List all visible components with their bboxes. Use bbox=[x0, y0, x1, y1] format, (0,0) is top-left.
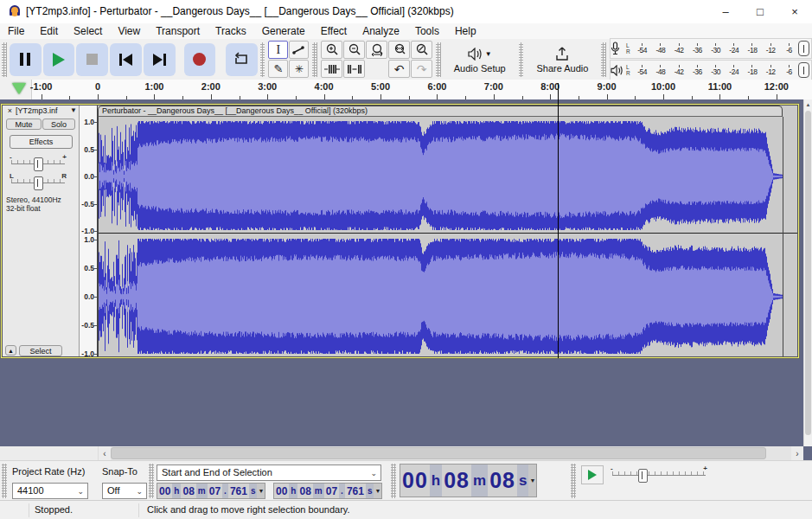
menu-analyze[interactable]: Analyze bbox=[355, 23, 407, 39]
play-at-speed-grip[interactable] bbox=[571, 464, 576, 498]
mute-button[interactable]: Mute bbox=[6, 119, 42, 130]
rate-toolbar-grip[interactable] bbox=[2, 464, 7, 498]
menu-view[interactable]: View bbox=[110, 23, 148, 39]
time-digit[interactable]: 08 bbox=[488, 465, 517, 497]
fit-project-button[interactable] bbox=[388, 41, 410, 59]
menu-effect[interactable]: Effect bbox=[313, 23, 355, 39]
track-name[interactable]: [YT2mp3.inf bbox=[16, 106, 69, 116]
menu-help[interactable]: Help bbox=[447, 23, 484, 39]
selection-mode-select[interactable]: Start and End of Selection⌄ bbox=[157, 465, 381, 481]
project-rate-select[interactable]: 44100⌄ bbox=[12, 483, 88, 499]
minimize-button[interactable]: – bbox=[708, 0, 743, 23]
pause-button[interactable] bbox=[10, 43, 42, 76]
maximize-button[interactable]: □ bbox=[743, 0, 777, 23]
record-button[interactable] bbox=[184, 43, 216, 76]
selection-tool-button[interactable]: I bbox=[268, 41, 288, 59]
menu-select[interactable]: Select bbox=[66, 23, 110, 39]
time-unit[interactable]: h bbox=[289, 484, 297, 498]
time-format-dropdown-icon[interactable]: ▼ bbox=[257, 484, 265, 498]
close-button[interactable]: × bbox=[777, 0, 812, 23]
time-digit[interactable]: 07 bbox=[324, 484, 339, 498]
recording-volume-slider[interactable] bbox=[798, 41, 809, 56]
effects-button[interactable]: Effects bbox=[10, 135, 73, 149]
time-unit[interactable]: m bbox=[313, 484, 324, 498]
audio-setup-grip[interactable] bbox=[436, 42, 441, 77]
audio-setup-button[interactable]: ▼ Audio Setup bbox=[443, 41, 517, 79]
time-digit[interactable]: 08 bbox=[442, 465, 471, 497]
time-unit[interactable]: s bbox=[249, 484, 258, 498]
time-digit[interactable]: 761 bbox=[345, 484, 366, 498]
playback-meter[interactable]: LR -54-48-42-36-30-24-18-12-6 bbox=[610, 60, 812, 80]
gain-slider-thumb[interactable] bbox=[34, 157, 43, 171]
undo-button[interactable]: ↶ bbox=[388, 60, 410, 78]
menu-edit[interactable]: Edit bbox=[32, 23, 66, 39]
share-audio-button[interactable]: Share Audio bbox=[525, 41, 599, 79]
gain-slider[interactable]: - + bbox=[10, 154, 67, 170]
menu-generate[interactable]: Generate bbox=[254, 23, 313, 39]
time-unit[interactable]: s bbox=[517, 465, 528, 497]
select-track-button[interactable]: Select bbox=[19, 345, 62, 356]
time-digit[interactable]: 08 bbox=[297, 484, 312, 498]
recording-meter[interactable]: LR -54-48-42-36-30-24-18-12-6 bbox=[610, 38, 812, 59]
time-unit[interactable]: m bbox=[196, 484, 208, 498]
time-digit[interactable]: 00 bbox=[400, 465, 430, 497]
vertical-scrollbar[interactable]: ▲ bbox=[803, 99, 812, 446]
play-speed-thumb[interactable] bbox=[638, 469, 648, 483]
redo-button[interactable]: ↷ bbox=[411, 60, 432, 78]
menu-tools[interactable]: Tools bbox=[407, 23, 447, 39]
vertical-scale-ruler[interactable]: 1.00.50.0-0.5-1.01.00.50.0-0.5-1.0 bbox=[80, 106, 98, 356]
scroll-up-icon[interactable]: ▲ bbox=[804, 99, 812, 110]
silence-audio-button[interactable] bbox=[343, 60, 365, 78]
collapse-track-button[interactable]: ▲ bbox=[5, 345, 16, 356]
zoom-toggle-button[interactable] bbox=[411, 41, 432, 59]
track-menu-dropdown-icon[interactable]: ▼ bbox=[70, 106, 77, 114]
time-digit[interactable]: 08 bbox=[181, 484, 195, 498]
trim-audio-button[interactable] bbox=[321, 60, 342, 78]
timeline-ruler[interactable]: -1:0001:002:003:004:005:006:007:008:009:… bbox=[0, 80, 812, 100]
share-audio-grip[interactable] bbox=[519, 42, 524, 77]
play-at-speed-button[interactable] bbox=[581, 465, 604, 484]
multi-tool-button[interactable]: ✳ bbox=[289, 60, 309, 78]
scroll-right-icon[interactable]: › bbox=[791, 449, 803, 458]
solo-button[interactable]: Solo bbox=[42, 119, 75, 130]
selection-grip[interactable] bbox=[149, 464, 154, 498]
play-speed-slider[interactable]: - + bbox=[611, 465, 707, 481]
loop-button[interactable] bbox=[226, 43, 258, 76]
time-digit[interactable]: 00 bbox=[157, 484, 172, 498]
envelope-tool-button[interactable] bbox=[289, 41, 309, 59]
time-unit[interactable]: h bbox=[172, 484, 181, 498]
audio-position-time[interactable]: 00h08m08s▼ bbox=[400, 464, 537, 497]
pinned-play-head-icon[interactable] bbox=[12, 83, 26, 94]
waveform[interactable] bbox=[98, 117, 798, 357]
time-digit[interactable]: 761 bbox=[228, 484, 249, 498]
time-unit[interactable]: . bbox=[222, 484, 228, 498]
audio-track[interactable]: × [YT2mp3.inf ▼ Mute Solo Effects - + L … bbox=[2, 105, 798, 357]
transport-toolbar-grip[interactable] bbox=[2, 42, 7, 77]
pan-slider-thumb[interactable] bbox=[34, 176, 43, 190]
horizontal-scrollbar-thumb[interactable] bbox=[111, 447, 766, 459]
menu-file[interactable]: File bbox=[0, 23, 32, 39]
scroll-left-icon[interactable]: ‹ bbox=[99, 449, 111, 458]
vertical-scrollbar-thumb[interactable] bbox=[805, 111, 811, 435]
menu-transport[interactable]: Transport bbox=[148, 23, 208, 39]
playback-volume-slider[interactable] bbox=[798, 62, 809, 78]
track-close-icon[interactable]: × bbox=[5, 106, 15, 116]
time-digit[interactable]: 07 bbox=[208, 484, 222, 498]
playhead-cursor[interactable] bbox=[558, 83, 559, 358]
time-unit[interactable]: m bbox=[471, 465, 488, 497]
stop-button[interactable] bbox=[76, 43, 108, 76]
time-unit[interactable]: h bbox=[430, 465, 442, 497]
horizontal-scrollbar[interactable]: ‹ › bbox=[0, 446, 803, 460]
selection-start-time[interactable]: 00h08m07.761s▼ bbox=[157, 483, 265, 499]
menu-tracks[interactable]: Tracks bbox=[208, 23, 254, 39]
play-button[interactable] bbox=[43, 43, 75, 76]
tools-toolbar-grip[interactable] bbox=[260, 42, 265, 77]
skip-to-start-button[interactable] bbox=[110, 43, 142, 76]
meter-toolbar-grip[interactable] bbox=[601, 42, 606, 77]
time-toolbar-grip[interactable] bbox=[391, 464, 396, 498]
edit-toolbar-grip[interactable] bbox=[312, 42, 317, 77]
time-format-dropdown-icon[interactable]: ▼ bbox=[374, 484, 381, 498]
clip-header[interactable]: Perturbator - __Dangerous Days__ [__Dang… bbox=[98, 106, 783, 117]
time-unit[interactable]: s bbox=[366, 484, 374, 498]
time-digit[interactable]: 00 bbox=[274, 484, 289, 498]
